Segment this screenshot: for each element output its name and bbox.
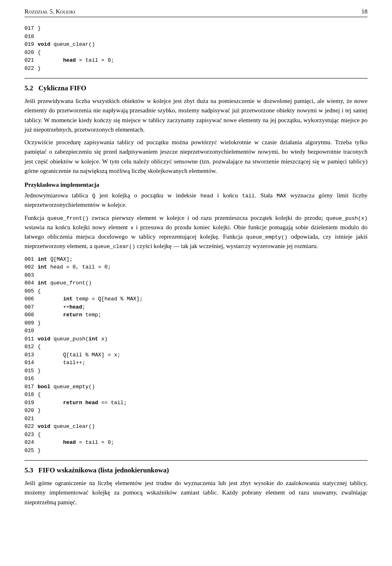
code-line: 003: [24, 271, 368, 280]
page-number: 18: [361, 8, 368, 15]
section-53-title: 5.3 FIFO wskaźnikowa (lista jednokierunk…: [24, 466, 368, 474]
code-line: 006 int temp = Q[head % MAX];: [24, 295, 368, 303]
code-line: 021 head = tail = 0;: [24, 56, 368, 65]
code-line: 017 }: [24, 25, 368, 33]
section-53-para: Jeśli górne ograniczenie na liczbę eleme…: [24, 479, 368, 507]
code-line: 013 Q[tail % MAX] = x;: [24, 351, 368, 359]
code-line: 019 void queue_clear(): [24, 40, 368, 49]
code-line: 024 head = tail = 0;: [24, 438, 368, 447]
code-line: 018: [24, 33, 368, 41]
subsection-para1: Jednowymiarowa tablica Q jest kolejką o …: [24, 191, 368, 210]
code-line: 017 bool queue_empty(): [24, 383, 368, 391]
code-line: 019 return head == tail;: [24, 399, 368, 407]
code-line: 022 }: [24, 65, 368, 73]
code-line: 012 {: [24, 343, 368, 351]
code-line: 025 }: [24, 447, 368, 455]
code-block-top: 017 } 018 019 void queue_clear() 020 { 0…: [24, 25, 368, 72]
code-line: 008 return temp;: [24, 311, 368, 319]
code-line: 011 void queue_push(int x): [24, 335, 368, 343]
code-line: 010: [24, 327, 368, 335]
code-line: 022 void queue_clear(): [24, 423, 368, 431]
code-line: 005 {: [24, 287, 368, 295]
code-line: 021: [24, 415, 368, 423]
page-header: Rozdział 5. Kolejki 18: [24, 8, 368, 17]
section-52-para2: Oczywiście procedurę zapisywania tablicy…: [24, 138, 368, 176]
code-line: 018 {: [24, 391, 368, 399]
code-line: 015 }: [24, 367, 368, 375]
section-53: 5.3 FIFO wskaźnikowa (lista jednokierunk…: [24, 466, 368, 507]
code-line: 004 int queue_front(): [24, 279, 368, 287]
section-divider-top: [24, 78, 368, 78]
code-line: 016: [24, 375, 368, 383]
code-line: 001 int Q[MAX];: [24, 255, 368, 264]
section-52-title: 5.2 Cykliczna FIFO: [24, 84, 368, 92]
section-52-para1: Jeśli przewidywana liczba wszystkich obi…: [24, 96, 368, 134]
code-line: 020 }: [24, 407, 368, 415]
subsection-title: Przykładowa implementacja: [24, 181, 368, 188]
subsection-para2: Funkcja queue_front() zwraca pierwszy el…: [24, 213, 368, 251]
code-line: 023 {: [24, 431, 368, 439]
code-line: 007 ++head;: [24, 303, 368, 311]
code-block-main: 001 int Q[MAX]; 002 int head = 0, tail =…: [24, 255, 368, 455]
code-line: 014 tail++;: [24, 359, 368, 367]
code-line: 020 {: [24, 49, 368, 57]
code-line: 002 int head = 0, tail = 0;: [24, 263, 368, 271]
code-line: 009 }: [24, 319, 368, 327]
chapter-label: Rozdział 5. Kolejki: [24, 8, 76, 15]
section-52: 5.2 Cykliczna FIFO Jeśli przewidywana li…: [24, 84, 368, 251]
section-divider-bottom: [24, 460, 368, 461]
